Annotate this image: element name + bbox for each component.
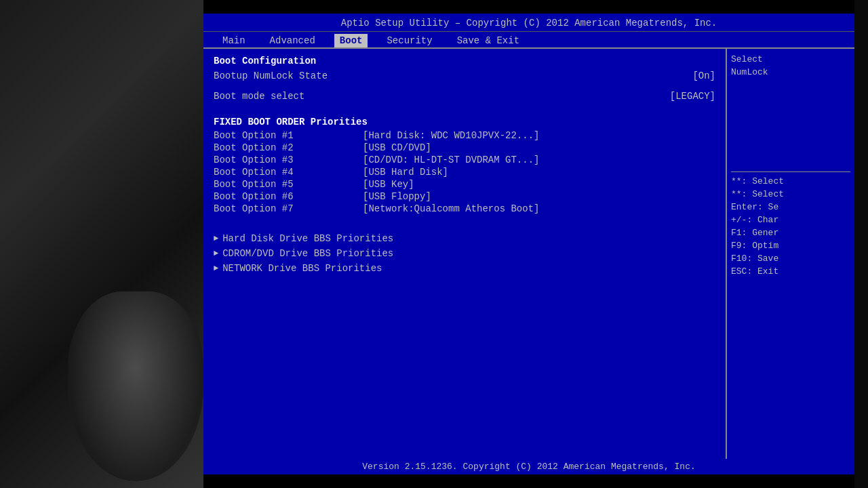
bios-screen: Aptio Setup Utility – Copyright (C) 2012… — [203, 14, 854, 474]
footer-bar: Version 2.15.1236. Copyright (C) 2012 Am… — [203, 459, 854, 474]
tab-boot[interactable]: Boot — [334, 34, 368, 47]
boot-option-3-value: [CD/DVD: HL-DT-ST DVDRAM GT...] — [363, 155, 539, 165]
boot-mode-label: Boot mode select — [214, 91, 304, 102]
tab-main[interactable]: Main — [217, 34, 251, 47]
boot-option-7[interactable]: Boot Option #7 [Network:Qualcomm Atheros… — [214, 203, 715, 214]
help-line-3 — [731, 80, 850, 90]
boot-config-title: Boot Configuration — [214, 56, 715, 66]
boot-option-6-value: [USB Floppy] — [363, 191, 431, 202]
right-pane: Select NumLock **: Select **: Select Ent… — [726, 49, 854, 459]
cdrom-arrow-icon: ► — [214, 249, 218, 258]
tab-security[interactable]: Security — [381, 34, 437, 47]
boot-option-6[interactable]: Boot Option #6 [USB Floppy] — [214, 191, 715, 202]
help-nav-4: +/-: Char — [731, 215, 850, 225]
help-nav-2: **: Select — [731, 189, 850, 199]
boot-option-5-value: [USB Key] — [363, 179, 414, 190]
left-pane: Boot Configuration Bootup NumLock State … — [203, 49, 726, 459]
boot-option-3[interactable]: Boot Option #3 [CD/DVD: HL-DT-ST DVDRAM … — [214, 155, 715, 165]
help-nav-1: **: Select — [731, 176, 850, 186]
boot-option-6-label: Boot Option #6 — [214, 191, 363, 202]
main-content: Boot Configuration Bootup NumLock State … — [203, 47, 854, 459]
help-line-4 — [731, 93, 850, 103]
boot-option-4-label: Boot Option #4 — [214, 167, 363, 178]
boot-option-5-label: Boot Option #5 — [214, 179, 363, 190]
hdd-arrow-icon: ► — [214, 234, 218, 243]
boot-option-3-label: Boot Option #3 — [214, 155, 363, 165]
boot-option-2[interactable]: Boot Option #2 [USB CD/DVD] — [214, 142, 715, 153]
cdrom-bbs-priorities[interactable]: ► CDROM/DVD Drive BBS Priorities — [214, 248, 715, 259]
photo-background-right — [854, 0, 868, 488]
footer-text: Version 2.15.1236. Copyright (C) 2012 Am… — [362, 462, 695, 472]
help-line-7 — [731, 131, 850, 142]
boot-mode-value[interactable]: [LEGACY] — [670, 91, 715, 102]
boot-option-1-value: [Hard Disk: WDC WD10JPVX-22...] — [363, 130, 539, 141]
help-line-5 — [731, 106, 850, 116]
boot-option-7-label: Boot Option #7 — [214, 203, 363, 214]
numlock-label: Bootup NumLock State — [214, 70, 328, 81]
boot-option-5[interactable]: Boot Option #5 [USB Key] — [214, 179, 715, 190]
help-line-6 — [731, 119, 850, 129]
help-line-8 — [731, 144, 850, 155]
help-line-9 — [731, 157, 850, 167]
cdrom-bbs-label: CDROM/DVD Drive BBS Priorities — [222, 248, 393, 259]
fixed-boot-header: FIXED BOOT ORDER Priorities — [214, 117, 715, 127]
network-bbs-label: NETWORK Drive BBS Priorities — [222, 263, 382, 274]
help-nav-5: F1: Gener — [731, 228, 850, 238]
hdd-bbs-label: Hard Disk Drive BBS Priorities — [222, 233, 393, 244]
numlock-value[interactable]: [On] — [692, 70, 715, 81]
tab-save-exit[interactable]: Save & Exit — [452, 34, 525, 47]
help-line-2: NumLock — [731, 67, 850, 77]
help-nav-8: ESC: Exit — [731, 266, 850, 277]
boot-option-4[interactable]: Boot Option #4 [USB Hard Disk] — [214, 167, 715, 178]
help-line-1: Select — [731, 54, 850, 64]
boot-option-2-label: Boot Option #2 — [214, 142, 363, 153]
bios-title: Aptio Setup Utility – Copyright (C) 2012… — [341, 18, 717, 28]
help-nav-3: Enter: Se — [731, 202, 850, 212]
help-nav-6: F9: Optim — [731, 241, 850, 251]
title-bar: Aptio Setup Utility – Copyright (C) 2012… — [203, 14, 854, 32]
boot-option-4-value: [USB Hard Disk] — [363, 167, 448, 178]
network-bbs-priorities[interactable]: ► NETWORK Drive BBS Priorities — [214, 263, 715, 274]
boot-option-1-label: Boot Option #1 — [214, 130, 363, 141]
hdd-bbs-priorities[interactable]: ► Hard Disk Drive BBS Priorities — [214, 233, 715, 244]
help-divider — [731, 171, 850, 172]
nav-tabs: Main Advanced Boot Security Save & Exit — [203, 32, 854, 47]
network-arrow-icon: ► — [214, 264, 218, 273]
tab-advanced[interactable]: Advanced — [264, 34, 321, 47]
numlock-row: Bootup NumLock State [On] — [214, 70, 715, 81]
boot-mode-row: Boot mode select [LEGACY] — [214, 91, 715, 102]
boot-option-1[interactable]: Boot Option #1 [Hard Disk: WDC WD10JPVX-… — [214, 130, 715, 141]
hand-silhouette — [68, 291, 203, 481]
boot-option-7-value: [Network:Qualcomm Atheros Boot] — [363, 203, 539, 214]
boot-option-2-value: [USB CD/DVD] — [363, 142, 431, 153]
help-nav-7: F10: Save — [731, 253, 850, 264]
